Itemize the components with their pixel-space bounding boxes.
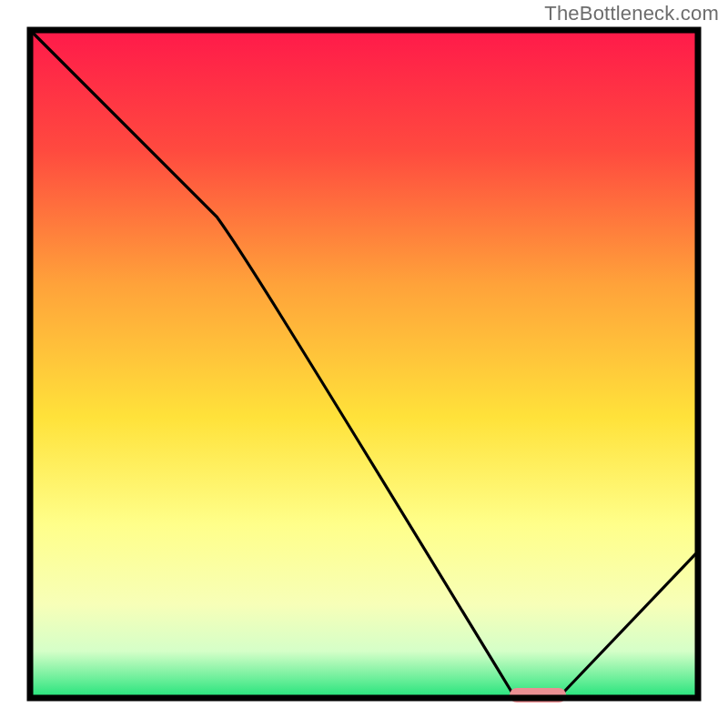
bottleneck-chart: TheBottleneck.com (0, 0, 728, 728)
watermark-text: TheBottleneck.com (544, 2, 719, 25)
plot-area (30, 30, 698, 703)
chart-svg (0, 0, 728, 728)
